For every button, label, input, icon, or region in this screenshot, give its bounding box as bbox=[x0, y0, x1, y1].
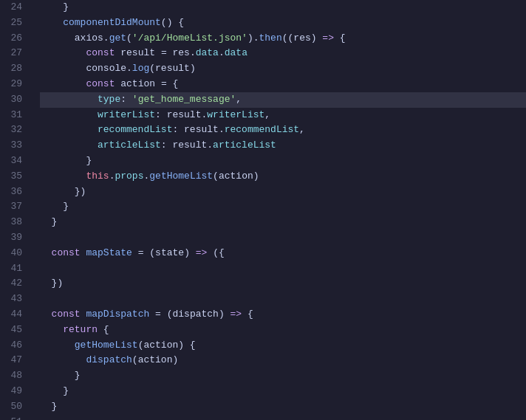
code-line-41 bbox=[40, 261, 526, 277]
code-line-38: } bbox=[40, 215, 526, 230]
code-line-44: const mapDispatch = (dispatch) => { bbox=[40, 307, 526, 323]
code-line-50: } bbox=[40, 399, 526, 415]
code-line-35: this.props.getHomeList(action) bbox=[40, 169, 526, 185]
code-line-40: const mapState = (state) => ({ bbox=[40, 246, 526, 261]
code-line-34: } bbox=[40, 154, 526, 169]
code-line-43 bbox=[40, 292, 526, 307]
code-line-26: axios.get('/api/HomeList.json').then((re… bbox=[40, 31, 526, 47]
code-editor: 24 25 26 27 28 29 30 31 32 33 34 35 36 3… bbox=[0, 0, 526, 420]
code-line-48: } bbox=[40, 368, 526, 384]
code-line-32: recommendList: result.recommendList, bbox=[40, 123, 526, 138]
code-line-42: }) bbox=[40, 276, 526, 292]
code-line-27: const result = res.data.data bbox=[40, 46, 526, 61]
code-line-51 bbox=[40, 415, 526, 420]
code-line-45: return { bbox=[40, 323, 526, 338]
code-lines: } componentDidMount() { axios.get('/api/… bbox=[31, 0, 526, 420]
code-line-25: componentDidMount() { bbox=[40, 16, 526, 31]
code-line-28: console.log(result) bbox=[40, 61, 526, 77]
code-line-33: articleList: result.articleList bbox=[40, 138, 526, 154]
code-line-30: type: 'get_home_message', bbox=[40, 92, 526, 108]
code-line-47: dispatch(action) bbox=[40, 353, 526, 368]
code-line-36: }) bbox=[40, 185, 526, 200]
code-line-31: writerList: result.writerList, bbox=[40, 108, 526, 123]
code-line-49: } bbox=[40, 384, 526, 399]
code-line-29: const action = { bbox=[40, 77, 526, 92]
line-numbers: 24 25 26 27 28 29 30 31 32 33 34 35 36 3… bbox=[0, 0, 31, 420]
code-line-24: } bbox=[40, 0, 526, 16]
code-line-37: } bbox=[40, 199, 526, 215]
code-line-46: getHomeList(action) { bbox=[40, 338, 526, 354]
code-line-39 bbox=[40, 230, 526, 246]
